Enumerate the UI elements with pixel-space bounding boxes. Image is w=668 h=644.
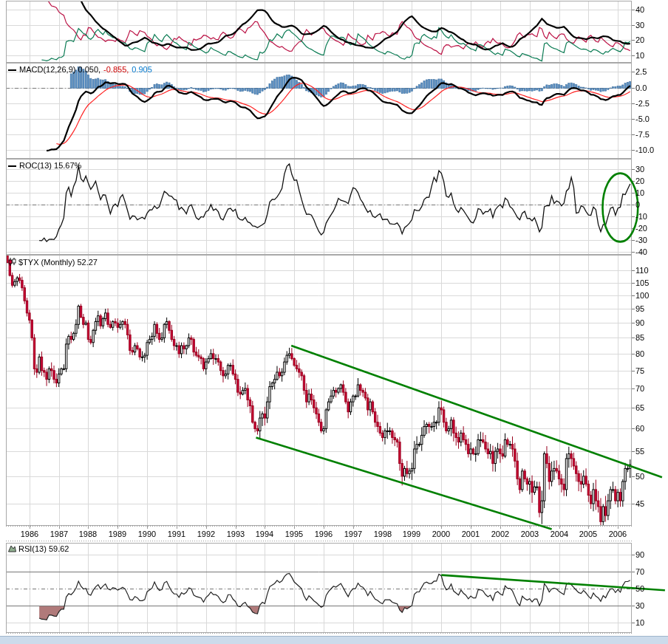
macd-panel-label: MACD(12,26,9) 0.050,-0.855,0.905 xyxy=(8,65,155,74)
price-axis-tick-label: 50 xyxy=(635,472,644,481)
roc-axis-tick-label: 10 xyxy=(635,188,644,197)
rsi-label-text: RSI(13) 59.62 xyxy=(18,544,69,553)
price-axis-tick-label: 100 xyxy=(635,291,649,300)
year-label: 1990 xyxy=(131,530,163,538)
price-axis-tick-label: 105 xyxy=(635,278,649,287)
dmi-axis-tick-label: 30 xyxy=(635,21,644,30)
year-label: 1991 xyxy=(160,530,193,538)
rsi-panel-label: RSI(13) 59.62 xyxy=(8,544,69,553)
macd-axis-tick-label: -7.5 xyxy=(635,130,650,139)
roc-axis-tick-label: -20 xyxy=(635,224,647,233)
year-label: 1986 xyxy=(13,530,46,538)
price-axis-tick-label: 80 xyxy=(635,349,644,358)
chart-canvas xyxy=(0,0,668,644)
candlestick-icon xyxy=(8,258,16,266)
price-axis-tick-label: 95 xyxy=(635,304,644,313)
price-panel-label: $TYX (Monthly) 52.27 xyxy=(8,258,98,267)
roc-legend-line-icon xyxy=(8,165,16,167)
macd-hist-value: 0.905 xyxy=(132,65,152,74)
year-label: 2005 xyxy=(572,530,604,538)
roc-axis-tick-label: 30 xyxy=(635,165,644,174)
price-axis-tick-label: 90 xyxy=(635,318,644,327)
macd-legend-line-icon xyxy=(8,69,16,71)
year-label: 2001 xyxy=(454,530,487,538)
price-axis-tick-label: 65 xyxy=(635,403,644,412)
price-axis-tick-label: 85 xyxy=(635,333,644,342)
year-label: 1989 xyxy=(101,530,134,538)
price-axis-tick-label: 60 xyxy=(635,424,644,433)
price-label-text: $TYX (Monthly) 52.27 xyxy=(18,258,98,267)
year-label: 1992 xyxy=(190,530,222,538)
year-label: 1996 xyxy=(307,530,340,538)
dmi-axis-tick-label: 20 xyxy=(635,35,644,44)
rsi-axis-tick-label: 90 xyxy=(635,550,644,559)
price-axis-tick-label: 45 xyxy=(635,499,644,508)
macd-axis-tick-label: 2.5 xyxy=(635,67,647,76)
roc-axis-tick-label: -30 xyxy=(635,236,647,244)
roc-label-text: ROC(13) 15.67% xyxy=(19,161,81,170)
rsi-axis-tick-label: 10 xyxy=(635,618,644,627)
macd-axis-tick-label: -10.0 xyxy=(635,145,654,154)
area-chart-icon xyxy=(8,544,16,552)
roc-axis-tick-label: -10 xyxy=(635,212,647,221)
rsi-axis-tick-label: 50 xyxy=(635,584,644,593)
roc-axis-tick-label: 0 xyxy=(635,200,640,209)
price-axis-tick-label: 75 xyxy=(635,366,644,375)
roc-axis-tick-label: -40 xyxy=(635,247,647,256)
price-axis-tick-label: 55 xyxy=(635,447,644,456)
price-axis-tick-label: 70 xyxy=(635,384,644,393)
roc-axis-tick-label: 20 xyxy=(635,177,644,185)
year-label: 1998 xyxy=(367,530,399,538)
macd-axis-tick-label: -2.5 xyxy=(635,99,650,108)
year-label: 1987 xyxy=(43,530,75,538)
stock-chart-page: MACD(12,26,9) 0.050,-0.855,0.905 ROC(13)… xyxy=(0,0,668,644)
year-label: 2002 xyxy=(484,530,517,538)
year-label: 1993 xyxy=(219,530,252,538)
year-label: 1997 xyxy=(337,530,369,538)
year-label: 1994 xyxy=(248,530,281,538)
year-label: 1988 xyxy=(72,530,104,538)
roc-panel-label: ROC(13) 15.67% xyxy=(8,161,81,170)
year-label: 1995 xyxy=(278,530,310,538)
year-label: 2006 xyxy=(601,530,634,538)
year-label: 2003 xyxy=(514,530,546,538)
macd-axis-tick-label: -5.0 xyxy=(635,114,650,123)
dmi-axis-tick-label: 40 xyxy=(635,5,644,14)
year-label: 2000 xyxy=(425,530,457,538)
year-label: 2004 xyxy=(543,530,576,538)
price-axis-tick-label: 110 xyxy=(635,266,649,275)
dmi-axis-tick-label: 10 xyxy=(635,51,644,60)
year-label: 1999 xyxy=(395,530,428,538)
macd-axis-tick-label: 0.0 xyxy=(635,83,647,92)
rsi-axis-tick-label: 70 xyxy=(635,567,644,576)
macd-signal-value: -0.855, xyxy=(103,65,129,74)
macd-label-text: MACD(12,26,9) 0.050, xyxy=(19,65,100,74)
rsi-axis-tick-label: 30 xyxy=(635,601,644,610)
